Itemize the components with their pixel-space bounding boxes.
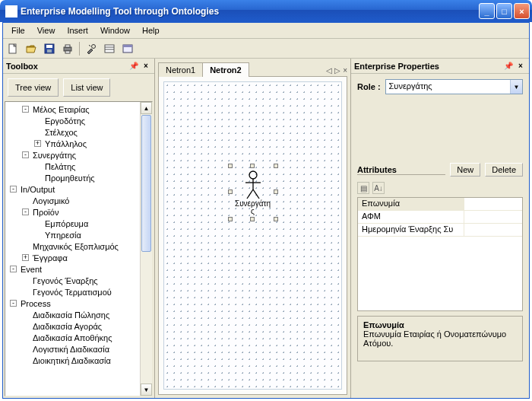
menu-help[interactable]: Help	[137, 24, 165, 37]
close-panel-icon[interactable]: ×	[515, 61, 526, 72]
maximize-button[interactable]: □	[496, 3, 512, 19]
svg-point-13	[249, 171, 257, 179]
menu-file[interactable]: File	[6, 24, 30, 37]
tree-item-label: Διαδικασία Αγοράς	[31, 322, 103, 331]
tree-item[interactable]: Γεγονός Τερματισμού	[5, 286, 152, 298]
property-value[interactable]	[464, 224, 522, 236]
tree-item[interactable]: Διαδικασία Αποθήκης	[5, 332, 152, 343]
new-icon[interactable]	[6, 42, 20, 56]
role-select[interactable]: Συνεργάτης ▼	[385, 79, 523, 94]
property-value[interactable]	[464, 198, 522, 210]
property-row[interactable]: ΑΦΜ	[358, 211, 522, 224]
tree-item[interactable]: -In/Output	[5, 183, 152, 195]
close-tab-icon[interactable]: ×	[343, 66, 347, 75]
properties-panel: Enterprise Properties 📌 × Role : Συνεργά…	[351, 59, 529, 398]
treeview-button[interactable]: Tree view	[8, 78, 59, 97]
tree-item[interactable]: Διοικητική Διαδικασία	[5, 355, 152, 366]
close-button[interactable]: ×	[514, 3, 530, 19]
actor-label: Συνεργάτης	[234, 200, 272, 215]
window-icon[interactable]	[121, 42, 135, 56]
tree-item[interactable]: Λογιστική Διαδικασία	[5, 343, 152, 355]
menu-view[interactable]: View	[32, 24, 61, 37]
canvas-tab[interactable]: Netron1	[158, 62, 203, 77]
tree-item[interactable]: +Υπάλληλος	[5, 138, 152, 149]
tree-item-label: Συνεργάτης	[31, 151, 78, 160]
svg-rect-4	[64, 47, 71, 51]
pin-icon[interactable]: 📌	[128, 61, 139, 72]
tree-item[interactable]: Εργοδότης	[5, 115, 152, 126]
tree-item[interactable]: -Προϊόν	[5, 206, 152, 218]
tree-item-label: Έγγραφα	[31, 253, 69, 263]
tree-item[interactable]: Στέλεχος	[5, 126, 152, 138]
prev-tab-icon[interactable]: ◁	[326, 66, 332, 75]
collapse-icon[interactable]: -	[22, 106, 29, 113]
collapse-icon[interactable]: -	[10, 266, 17, 272]
tree-item[interactable]: Διαδικασία Αγοράς	[5, 320, 152, 332]
actor-shape[interactable]: Συνεργάτης	[234, 170, 272, 215]
tree-item-label: Προϊόν	[31, 208, 60, 217]
tree-item-label: Υπάλληλος	[43, 139, 88, 148]
expand-icon[interactable]: +	[22, 254, 29, 261]
next-tab-icon[interactable]: ▷	[334, 66, 340, 75]
collapse-icon[interactable]: -	[10, 300, 17, 307]
tree-item[interactable]: -Συνεργάτης	[5, 149, 152, 161]
tree-item-label: Γεγονός Έναρξης	[31, 276, 100, 285]
tree-item[interactable]: +Έγγραφα	[5, 252, 152, 263]
sort-az-icon[interactable]: A↓	[372, 182, 385, 194]
print-icon[interactable]	[61, 42, 74, 56]
menu-window[interactable]: Window	[95, 24, 135, 37]
role-value: Συνεργάτης	[386, 80, 510, 94]
delete-button[interactable]: Delete	[485, 163, 523, 177]
pin-icon[interactable]: 📌	[503, 61, 514, 72]
tree-item-label: Διαδικασία Πώλησης	[31, 310, 111, 320]
tree-item[interactable]: Προμηθευτής	[5, 172, 152, 183]
tree-item-label: Πελάτης	[43, 162, 77, 171]
menu-insert[interactable]: Insert	[62, 24, 93, 37]
scrollbar[interactable]: ▲▼	[140, 102, 152, 396]
tree-item[interactable]: Πελάτης	[5, 161, 152, 172]
desc-text: Επωνυμία Εταιρίας ή Ονοματεπώνυμο Ατόμου…	[363, 329, 517, 348]
tools-icon[interactable]	[84, 42, 98, 56]
svg-rect-5	[65, 45, 70, 47]
minimize-button[interactable]: _	[479, 3, 495, 19]
collapse-icon[interactable]: -	[22, 151, 29, 158]
tree-item[interactable]: Μηχανικός Εξοπλισμός	[5, 240, 152, 252]
tree-item-label: Προμηθευτής	[43, 173, 97, 183]
tree-item[interactable]: Γεγονός Έναρξης	[5, 275, 152, 286]
tree-item-label: Γεγονός Τερματισμού	[31, 288, 113, 297]
tree-item[interactable]: -Μέλος Εταιρίας	[5, 103, 152, 115]
save-icon[interactable]	[43, 42, 56, 56]
property-key: Επωνυμία	[358, 198, 464, 210]
tree-item[interactable]: -Process	[5, 298, 152, 309]
open-icon[interactable]	[24, 42, 38, 56]
expand-icon[interactable]: +	[34, 140, 41, 147]
new-button[interactable]: New	[450, 163, 480, 177]
categorized-icon[interactable]: ▤	[357, 182, 369, 194]
listview-button[interactable]: List view	[63, 78, 110, 97]
role-label: Role :	[357, 82, 381, 91]
collapse-icon[interactable]: -	[22, 208, 29, 215]
design-canvas[interactable]: Συνεργάτης	[163, 81, 342, 390]
tree-item-label: Διοικητική Διαδικασία	[31, 356, 112, 365]
chevron-down-icon[interactable]: ▼	[510, 80, 522, 94]
tree-item[interactable]: Λογισμικό	[5, 195, 152, 206]
tree-item-label: Μηχανικός Εξοπλισμός	[31, 242, 120, 251]
menu-bar: File View Insert Window Help	[3, 23, 529, 39]
property-value[interactable]	[464, 211, 522, 223]
tree-item-label: Στέλεχος	[43, 128, 79, 137]
property-key: ΑΦΜ	[358, 211, 464, 223]
tree-item-label: Λογισμικό	[31, 196, 71, 205]
tree-item[interactable]: Διαδικασία Πώλησης	[5, 309, 152, 320]
toolbox-tree[interactable]: -Μέλος ΕταιρίαςΕργοδότηςΣτέλεχος+Υπάλληλ…	[5, 101, 153, 396]
property-grid[interactable]: ΕπωνυμίαΑΦΜΗμερομηνία Έναρξης Συ	[357, 197, 523, 311]
tree-item[interactable]: Εμπόρευμα	[5, 218, 152, 229]
close-panel-icon[interactable]: ×	[141, 61, 151, 72]
person-icon	[242, 170, 264, 200]
property-row[interactable]: Ημερομηνία Έναρξης Συ	[358, 224, 522, 237]
tree-item[interactable]: Υπηρεσία	[5, 229, 152, 240]
canvas-tab[interactable]: Netron2	[202, 62, 249, 77]
properties-icon[interactable]	[103, 42, 116, 56]
tree-item[interactable]: -Event	[5, 263, 152, 275]
property-row[interactable]: Επωνυμία	[358, 198, 522, 211]
collapse-icon[interactable]: -	[10, 186, 17, 193]
